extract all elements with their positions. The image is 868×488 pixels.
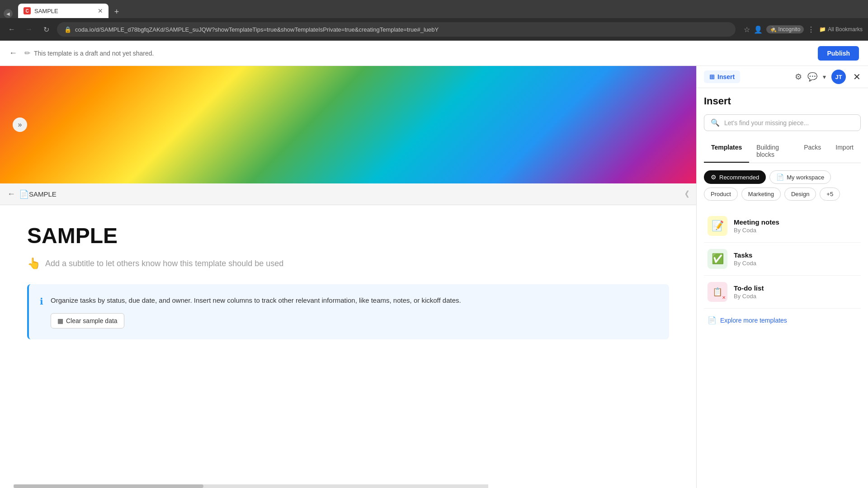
doc-subtitle-area: 👆 Add a subtitle to let others know how …: [27, 257, 669, 270]
template-name-tasks: Tasks: [734, 251, 857, 259]
template-info-tasks: Tasks By Coda: [734, 251, 857, 267]
new-tab-button[interactable]: +: [110, 5, 123, 18]
filter-chips: ⚙ Recommended 📄 My workspace Product Mar…: [704, 170, 861, 201]
nav-back-button[interactable]: ←: [5, 23, 18, 36]
address-lock-icon: 🔒: [64, 26, 71, 33]
doc-header-bar: ← 📄 SAMPLE 《: [0, 183, 696, 205]
doc-expand-hint[interactable]: »: [13, 117, 27, 132]
template-item-todo-list[interactable]: 📋 ✕ To-do list By Coda: [704, 276, 861, 309]
clear-btn-label: Clear sample data: [66, 317, 118, 324]
tab-favicon: C: [24, 7, 31, 14]
doc-collapse-btn[interactable]: 《: [681, 189, 689, 200]
bookmarks-icon: 📁: [819, 26, 826, 33]
template-author-tasks: By Coda: [734, 260, 857, 267]
tab-control-btn[interactable]: ◀: [4, 9, 13, 18]
incognito-badge: 🕵 Incognito: [766, 25, 804, 33]
insert-btn-label: Insert: [717, 73, 735, 80]
horizontal-scrollbar[interactable]: [14, 484, 488, 488]
tab-title: SAMPLE: [34, 8, 58, 14]
recommended-icon: ⚙: [711, 174, 717, 181]
draft-notice-text: This template is a draft and not yet sha…: [34, 50, 154, 57]
doc-back-btn[interactable]: ←: [7, 189, 15, 199]
nav-refresh-button[interactable]: ↻: [40, 23, 52, 36]
insert-panel-body: Insert 🔍 Templates Building blocks Packs…: [697, 88, 868, 488]
app-header: ← ✏ This template is a draft and not yet…: [0, 41, 868, 66]
template-item-meeting-notes[interactable]: 📝 Meeting notes By Coda: [704, 210, 861, 243]
insert-tabs: Templates Building blocks Packs Import: [704, 140, 861, 163]
tab-building-blocks[interactable]: Building blocks: [749, 140, 797, 163]
explore-icon: 📄: [708, 316, 717, 324]
publish-button[interactable]: Publish: [818, 46, 859, 61]
template-author-meeting-notes: By Coda: [734, 227, 857, 234]
template-icon-meeting-notes: 📝: [708, 216, 727, 236]
nav-forward-button[interactable]: →: [23, 23, 35, 36]
active-tab[interactable]: C SAMPLE ✕: [18, 4, 108, 18]
template-author-todo: By Coda: [734, 293, 857, 300]
clear-sample-data-button[interactable]: ▦ Clear sample data: [51, 313, 124, 328]
incognito-label: Incognito: [778, 26, 801, 33]
header-back-button[interactable]: ←: [9, 48, 17, 58]
template-name-todo: To-do list: [734, 284, 857, 292]
tab-import[interactable]: Import: [828, 140, 861, 163]
info-icon: ℹ: [40, 296, 43, 328]
explore-more-templates-link[interactable]: 📄 Explore more templates: [704, 309, 861, 332]
template-info-meeting-notes: Meeting notes By Coda: [734, 218, 857, 234]
insert-panel-insert-button[interactable]: ⊞ Insert: [704, 70, 740, 83]
insert-panel-title: Insert: [704, 95, 861, 107]
chip-more[interactable]: +5: [820, 188, 840, 201]
template-name-meeting-notes: Meeting notes: [734, 218, 857, 226]
doc-cover-image: »: [0, 66, 696, 183]
doc-info-text: Organize tasks by status, due date, and …: [51, 295, 461, 306]
tab-packs[interactable]: Packs: [797, 140, 828, 163]
doc-info-box: ℹ Organize tasks by status, due date, an…: [27, 284, 669, 339]
incognito-icon: 🕵: [770, 26, 777, 33]
template-list: 📝 Meeting notes By Coda ✅ Tasks By Coda: [704, 210, 861, 309]
star-icon[interactable]: ☆: [744, 25, 750, 34]
doc-file-icon: 📄: [19, 189, 29, 199]
grid-icon: ⊞: [709, 73, 715, 80]
insert-search-box[interactable]: 🔍: [704, 114, 861, 131]
doc-title-bar: SAMPLE: [29, 190, 57, 198]
doc-content: SAMPLE 👆 Add a subtitle to let others kn…: [0, 205, 696, 357]
close-panel-button[interactable]: ✕: [853, 71, 861, 82]
template-icon-todo: 📋 ✕: [708, 282, 727, 302]
template-item-tasks[interactable]: ✅ Tasks By Coda: [704, 243, 861, 276]
scrollbar-thumb: [14, 484, 203, 488]
explore-label: Explore more templates: [720, 317, 787, 324]
address-url: coda.io/d/SAMPLE_d78bgfqZAKd/SAMPLE_suJQ…: [75, 26, 439, 33]
chip-recommended[interactable]: ⚙ Recommended: [704, 170, 766, 184]
address-bar[interactable]: 🔒 coda.io/d/SAMPLE_d78bgfqZAKd/SAMPLE_su…: [57, 22, 736, 37]
profile-icon[interactable]: 👤: [754, 25, 763, 34]
chip-marketing[interactable]: Marketing: [741, 188, 781, 201]
settings-icon[interactable]: ⚙: [795, 72, 802, 82]
doc-main-title: SAMPLE: [27, 223, 669, 248]
document-area: » ← 📄 SAMPLE 《 SAMPLE 👆 Add a subtitle t…: [0, 66, 696, 488]
menu-icon[interactable]: ⋮: [807, 25, 815, 34]
workspace-icon: 📄: [776, 174, 784, 181]
template-icon-tasks: ✅: [708, 249, 727, 269]
insert-panel-topbar: ⊞ Insert ⚙ 💬 ▾ JT ✕: [697, 66, 868, 88]
insert-panel: ⊞ Insert ⚙ 💬 ▾ JT ✕ Insert 🔍 Te: [696, 66, 868, 488]
table-icon: ▦: [57, 317, 63, 324]
chip-design[interactable]: Design: [784, 188, 816, 201]
search-input[interactable]: [724, 119, 854, 127]
template-info-todo: To-do list By Coda: [734, 284, 857, 300]
all-bookmarks-link[interactable]: 📁 All Bookmarks: [819, 26, 863, 33]
draft-pencil-icon: ✏: [24, 49, 30, 57]
subtitle-emoji: 👆: [27, 257, 41, 270]
browser-chrome: ◀ C SAMPLE ✕ + ← → ↻ 🔒 coda.io/d/SAMPLE_…: [0, 0, 868, 41]
user-avatar[interactable]: JT: [831, 70, 846, 84]
chip-my-workspace[interactable]: 📄 My workspace: [769, 170, 831, 184]
search-icon: 🔍: [711, 118, 720, 127]
draft-notice: ✏ This template is a draft and not yet s…: [24, 49, 811, 57]
subtitle-placeholder-text: Add a subtitle to let others know how th…: [45, 259, 283, 268]
chip-product[interactable]: Product: [704, 188, 738, 201]
dropdown-icon[interactable]: ▾: [823, 73, 826, 80]
tab-templates[interactable]: Templates: [704, 140, 749, 163]
comment-icon[interactable]: 💬: [807, 72, 817, 82]
tab-close-icon[interactable]: ✕: [98, 7, 103, 14]
